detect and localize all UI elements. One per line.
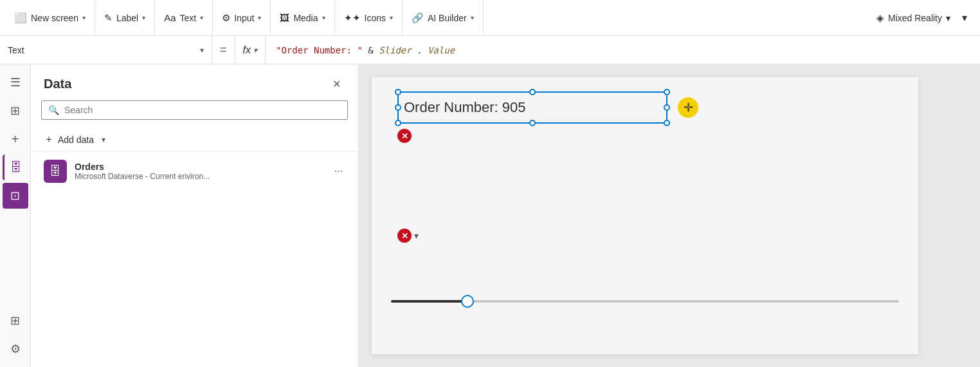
ai-builder-button[interactable]: 🔗 AI Builder ▾ [403,0,484,36]
components-icon: ⊞ [10,314,20,328]
search-icon: 🔍 [48,105,59,115]
formula-fx-button[interactable]: fx ▾ [235,36,266,64]
handle ml[interactable] [395,104,401,111]
orders-ds-more-button[interactable]: ··· [332,163,345,180]
mixed-reality-button[interactable]: ◈ Mixed Reality ▾ ▾ [869,0,975,36]
slider-track [391,300,899,303]
text-label: Text [180,13,197,23]
text-button[interactable]: Aa Text ▾ [155,0,213,36]
formula-equals: = [212,36,235,64]
formula-identifier: Slider [379,45,412,55]
formula-property-chevron-icon[interactable]: ▾ [200,46,204,55]
data-source-orders[interactable]: 🗄 Orders Microsoft Dataverse - Current e… [31,152,358,191]
label-button[interactable]: ✎ Label ▾ [95,0,155,36]
sidebar-item-components[interactable]: ⊞ [3,308,28,334]
sidebar-item-add[interactable]: + [3,126,28,152]
handle bl[interactable] [395,120,401,126]
search-input[interactable] [64,105,341,115]
mixed-reality-label: Mixed Reality [888,13,942,23]
search-box[interactable]: 🔍 [41,100,348,120]
icons-icon: ✦✦ [344,12,361,24]
layers-icon: ⊞ [10,104,20,118]
ai-builder-label: AI Builder [428,13,467,23]
hamburger-icon: ☰ [10,75,21,89]
add-icon: + [12,132,19,147]
text-chevron-icon: ▾ [200,14,203,21]
sidebar-item-settings[interactable]: ⚙ [3,336,28,362]
add-data-icon: ＋ [44,133,54,146]
media-button[interactable]: 🖼 Media ▾ [271,0,334,36]
orders-ds-info: Orders Microsoft Dataverse - Current env… [75,162,324,181]
new-screen-icon: ⬜ [14,12,27,24]
slider-error-close-button[interactable]: ✕ [397,229,412,243]
text-element-error-controls: ✕ [397,129,412,143]
formula-fx-chevron-icon[interactable]: ▾ [253,46,257,55]
icons-label: Icons [365,13,386,23]
equals-sign: = [220,43,227,57]
mixed-reality-icon: ◈ [876,12,884,24]
slider-element[interactable] [391,300,899,303]
database-icon: 🗄 [50,165,61,178]
handle mr[interactable] [664,104,670,111]
main-content: ☰ ⊞ + 🗄 ⊡ ⊞ ⚙ Data ✕ 🔍 [0,64,980,367]
formula-operator: & [368,45,379,55]
data-panel-close-button[interactable]: ✕ [327,75,345,93]
handle bc[interactable] [529,120,536,126]
add-data-chevron-icon: ▾ [102,135,105,144]
slider-thumb[interactable] [461,295,474,308]
input-chevron-icon: ▾ [258,14,261,21]
slider-error-controls: ✕ ▾ [397,229,419,243]
formula-property-value: Text [8,45,196,55]
icons-chevron-icon: ▾ [390,14,393,21]
toolbar: ⬜ New screen ▾ ✎ Label ▾ Aa Text ▾ ⚙ Inp… [0,0,980,36]
settings-icon: ⚙ [10,342,21,356]
canvas-area[interactable]: Order Number: 905 ✛ ✕ ✕ ▾ [359,64,980,367]
new-screen-label: New screen [31,13,78,23]
add-data-button[interactable]: ＋ Add data ▾ [31,127,358,152]
sidebar-item-layers[interactable]: ⊞ [3,98,28,124]
toolbar-more-icon[interactable]: ▾ [962,12,967,24]
handle tc[interactable] [529,89,536,95]
label-chevron-icon: ▾ [142,14,145,21]
data-panel-title: Data [44,77,71,91]
icon-sidebar: ☰ ⊞ + 🗄 ⊡ ⊞ ⚙ [0,64,31,367]
handle br[interactable] [664,120,670,126]
active-icon: ⊡ [10,189,20,203]
close-icon: ✕ [332,78,341,90]
formula-dot: . [417,45,422,55]
icons-button[interactable]: ✦✦ Icons ▾ [335,0,403,36]
sidebar-item-data[interactable]: 🗄 [3,155,28,180]
label-label: Label [116,13,138,23]
fx-label: fx [243,44,251,56]
sidebar-item-menu[interactable]: ☰ [3,70,28,95]
data-icon: 🗄 [10,161,22,174]
move-cursor-icon: ✛ [678,97,698,118]
sidebar-item-active[interactable]: ⊡ [3,183,28,209]
text-element-selected[interactable]: Order Number: 905 ✛ [397,91,667,124]
add-data-label: Add data [58,135,94,145]
orders-ds-icon: 🗄 [44,160,67,183]
label-icon: ✎ [104,12,113,24]
formula-property-name: Value [428,45,455,55]
formula-expression[interactable]: "Order Number: " & Slider . Value [266,45,980,55]
mixed-reality-chevron-icon: ▾ [946,13,950,23]
formula-string-literal: "Order Number: " [276,45,363,55]
input-icon: ⚙ [222,12,230,24]
text-element-container[interactable]: Order Number: 905 ✛ [397,91,667,124]
handle tl[interactable] [395,89,401,95]
slider-filled [391,300,467,303]
input-label: Input [234,13,254,23]
media-chevron-icon: ▾ [322,14,325,21]
formula-property-selector[interactable]: Text ▾ [0,36,212,64]
slider-error-chevron-icon[interactable]: ▾ [414,231,419,241]
media-label: Media [293,13,318,23]
text-icon: Aa [164,12,176,23]
media-icon: 🖼 [280,12,289,23]
data-panel-header: Data ✕ [31,64,358,100]
handle tr[interactable] [664,89,670,95]
text-element-value: Order Number: 905 [404,99,526,116]
input-button[interactable]: ⚙ Input ▾ [213,0,271,36]
new-screen-button[interactable]: ⬜ New screen ▾ [5,0,95,36]
text-element-error-close-button[interactable]: ✕ [397,129,412,143]
canvas-frame: Order Number: 905 ✛ ✕ ✕ ▾ [372,77,918,354]
